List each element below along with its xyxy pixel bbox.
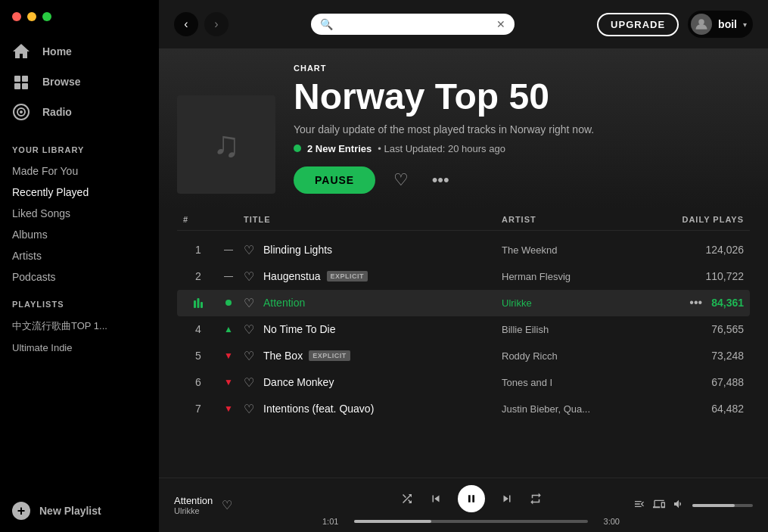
track-plays: 67,488 — [653, 376, 744, 388]
close-button[interactable] — [12, 12, 21, 21]
table-row[interactable]: ♡ Attention Ulrikke ••• 84,361 — [177, 290, 750, 316]
track-like-button[interactable]: ♡ — [244, 296, 254, 310]
track-change — [213, 300, 244, 306]
previous-button[interactable] — [429, 492, 443, 506]
track-name-explicit: Dance Monkey — [263, 376, 334, 388]
table-row[interactable]: 2 — ♡ Haugenstua EXPLICIT Herman Flesvig… — [177, 263, 750, 290]
player-track-info: Attention Ulrikke ♡ — [174, 495, 310, 515]
sidebar-item-label: Radio — [42, 106, 72, 118]
track-title-col: ♡ No Time To Die — [244, 322, 502, 337]
track-plays: 124,026 — [653, 244, 744, 256]
playlist-item-indie[interactable]: Ultimate Indie — [0, 338, 159, 358]
total-time: 3:00 — [595, 517, 620, 526]
progress-row: 1:01 3:00 — [322, 517, 620, 526]
sidebar-item-podcasts[interactable]: Podcasts — [0, 266, 159, 288]
sidebar-item-liked-songs[interactable]: Liked Songs — [0, 203, 159, 224]
track-like-button[interactable]: ♡ — [244, 402, 254, 416]
user-menu[interactable]: boil ▾ — [688, 11, 753, 38]
progress-bar[interactable] — [354, 520, 588, 523]
track-name: No Time To Die — [263, 323, 335, 335]
sidebar-item-made-for-you[interactable]: Made For You — [0, 160, 159, 182]
back-button[interactable]: ‹ — [174, 12, 198, 36]
sidebar-item-browse[interactable]: Browse — [0, 67, 159, 97]
avatar — [691, 14, 712, 35]
track-like-button[interactable]: ♡ — [244, 269, 254, 284]
track-like-button[interactable]: ♡ — [244, 375, 254, 390]
chart-options-button[interactable]: ••• — [427, 166, 454, 194]
track-options-button[interactable]: ••• — [689, 296, 702, 310]
track-number — [183, 297, 213, 308]
track-number: 2 — [183, 270, 213, 282]
like-chart-button[interactable]: ♡ — [387, 166, 415, 194]
search-clear-button[interactable]: ✕ — [496, 18, 505, 30]
track-number: 6 — [183, 376, 213, 388]
sidebar-item-home[interactable]: Home — [0, 36, 159, 67]
table-row[interactable]: 4 ▲ ♡ No Time To Die Billie Eilish 76,56… — [177, 316, 750, 343]
upgrade-button[interactable]: UPGRADE — [597, 13, 679, 36]
sidebar-library: Made For You Recently Played Liked Songs… — [0, 160, 159, 490]
volume-bar[interactable] — [692, 504, 753, 507]
chevron-down-icon: ▾ — [743, 20, 747, 29]
track-like-button[interactable]: ♡ — [244, 349, 254, 363]
table-row[interactable]: 7 ▼ ♡ Intentions (feat. Quavo) Justin Bi… — [177, 396, 750, 422]
chart-type-label: CHART — [294, 64, 750, 73]
new-playlist-button[interactable]: + New Playlist — [0, 490, 159, 532]
playlists-label: PLAYLISTS — [0, 288, 159, 315]
play-pause-button[interactable] — [458, 485, 485, 512]
minimize-button[interactable] — [27, 12, 36, 21]
repeat-button[interactable] — [529, 492, 543, 506]
forward-button[interactable]: › — [204, 12, 229, 36]
music-note-icon: ♫ — [213, 123, 240, 165]
new-entry-dot — [225, 300, 232, 306]
sidebar: Home Browse — [0, 0, 159, 532]
last-updated-text: • Last Updated: 20 hours ago — [378, 143, 505, 154]
shuffle-button[interactable] — [400, 492, 414, 506]
sidebar-item-artists[interactable]: Artists — [0, 245, 159, 266]
queue-button[interactable] — [633, 498, 645, 513]
svg-rect-9 — [197, 298, 200, 308]
sidebar-item-label: Browse — [42, 76, 81, 88]
track-plays: 110,722 — [653, 270, 744, 282]
new-entries-row: 2 New Entries • Last Updated: 20 hours a… — [294, 143, 750, 154]
sidebar-item-radio[interactable]: Radio — [0, 97, 159, 127]
track-title-col: ♡ Blinding Lights — [244, 243, 502, 257]
maximize-button[interactable] — [42, 12, 51, 21]
chart-description: Your daily update of the most played tra… — [294, 123, 750, 135]
track-like-button[interactable]: ♡ — [244, 243, 254, 257]
track-title-col: ♡ Intentions (feat. Quavo) — [244, 402, 502, 416]
track-plays: 76,565 — [653, 323, 744, 335]
col-artist: ARTIST — [502, 215, 653, 224]
table-row[interactable]: 5 ▼ ♡ The Box EXPLICIT Roddy Ricch 73,24… — [177, 343, 750, 369]
track-artist: Herman Flesvig — [502, 271, 653, 282]
browse-icon — [12, 73, 30, 91]
main-content: ‹ › 🔍 Norway's Spotify To ✕ UPGRADE boil — [159, 0, 768, 532]
track-name-explicit: Blinding Lights — [263, 244, 332, 256]
volume-button[interactable] — [673, 498, 685, 513]
devices-button[interactable] — [653, 498, 665, 513]
sidebar-item-recently-played[interactable]: Recently Played — [0, 182, 159, 203]
track-name: Intentions (feat. Quavo) — [263, 403, 374, 415]
table-row[interactable]: 6 ▼ ♡ Dance Monkey Tones and I 67,488 — [177, 369, 750, 396]
track-artist: Tones and I — [502, 377, 653, 388]
svg-point-7 — [698, 19, 704, 25]
chart-info: CHART Norway Top 50 Your daily update of… — [294, 64, 750, 194]
new-playlist-label: New Playlist — [39, 505, 101, 517]
track-name-explicit: The Box EXPLICIT — [263, 350, 350, 362]
track-title-col: ♡ The Box EXPLICIT — [244, 349, 502, 363]
topbar: ‹ › 🔍 Norway's Spotify To ✕ UPGRADE boil — [159, 0, 768, 48]
current-time: 1:01 — [322, 517, 347, 526]
track-change: — — [213, 271, 244, 282]
pause-button[interactable]: PAUSE — [294, 166, 375, 194]
track-name-explicit: Intentions (feat. Quavo) — [263, 403, 374, 415]
sidebar-item-albums[interactable]: Albums — [0, 224, 159, 245]
player-like-button[interactable]: ♡ — [222, 498, 232, 512]
search-input[interactable]: Norway's Spotify To — [339, 19, 490, 30]
playlist-item-chinese[interactable]: 中文流行歌曲TOP 1... — [0, 315, 159, 338]
track-plays: 84,361 — [711, 297, 744, 309]
track-change: ▼ — [213, 350, 244, 361]
table-row[interactable]: 1 — ♡ Blinding Lights The Weeknd 124,026 — [177, 237, 750, 263]
track-like-button[interactable]: ♡ — [244, 322, 254, 337]
track-plays: 64,482 — [653, 403, 744, 415]
next-button[interactable] — [500, 492, 514, 506]
track-number: 4 — [183, 323, 213, 335]
